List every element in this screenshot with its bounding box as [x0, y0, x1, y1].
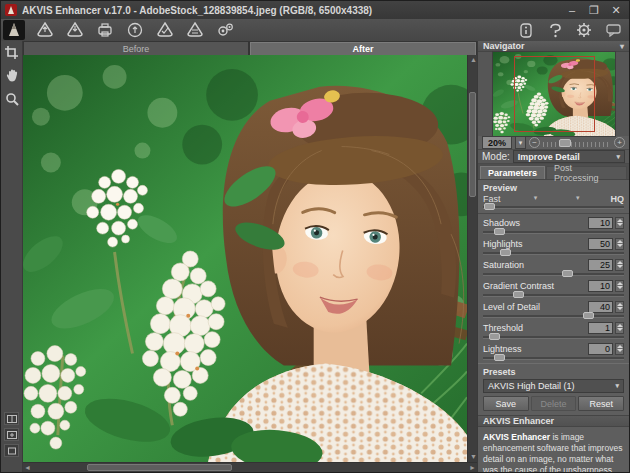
- share-image-icon[interactable]: [125, 21, 145, 39]
- about-description: AKVIS Enhancer is image enhancement soft…: [478, 427, 629, 473]
- app-logo-icon: [5, 4, 17, 16]
- param-slider-handle[interactable]: [500, 249, 511, 256]
- photo-after: [23, 55, 467, 462]
- param-label: Saturation: [483, 260, 588, 270]
- print-icon[interactable]: [95, 21, 115, 39]
- vertical-scroll-thumb[interactable]: [469, 92, 476, 198]
- param-slider[interactable]: [483, 231, 624, 234]
- about-bold-intro: AKVIS Enhancer: [483, 432, 550, 442]
- app-window: AKVIS Enhancer v.17.0 - AdobeStock_12883…: [0, 0, 630, 473]
- param-value[interactable]: 10: [588, 217, 613, 229]
- stepper-icon[interactable]: [615, 280, 624, 292]
- preset-stack-icon[interactable]: [185, 21, 205, 39]
- preview-slider[interactable]: [483, 206, 624, 209]
- minimize-button[interactable]: –: [565, 3, 579, 17]
- zoom-in-button[interactable]: +: [614, 137, 625, 148]
- param-value[interactable]: 10: [588, 280, 613, 292]
- scroll-left-icon[interactable]: ◄: [24, 463, 31, 473]
- crop-tool-icon[interactable]: [3, 44, 20, 61]
- mode-dropdown[interactable]: Improve Detail ▾: [513, 150, 625, 163]
- actual-size-icon[interactable]: [4, 444, 19, 457]
- zoom-out-button[interactable]: −: [529, 137, 540, 148]
- batch-processing-icon[interactable]: [155, 21, 175, 39]
- param-slider[interactable]: [483, 357, 624, 360]
- param-value[interactable]: 25: [588, 259, 613, 271]
- scroll-down-icon[interactable]: ▼: [470, 452, 477, 462]
- scroll-right-icon[interactable]: ►: [469, 463, 476, 473]
- param-gradient-contrast: Gradient Contrast 10: [483, 279, 624, 297]
- horizontal-scrollbar[interactable]: ◄ ►: [23, 462, 477, 472]
- zoom-tool-icon[interactable]: [3, 90, 20, 107]
- feedback-bubble-icon[interactable]: [603, 21, 623, 39]
- info-icon[interactable]: [516, 21, 536, 39]
- open-image-icon[interactable]: [35, 21, 55, 39]
- param-value[interactable]: 1: [588, 322, 613, 334]
- tab-after[interactable]: After: [250, 42, 476, 55]
- akvis-wizard-logo-icon: [3, 20, 25, 40]
- param-slider-handle[interactable]: [489, 333, 500, 340]
- mode-dropdown-icon: ▾: [616, 153, 620, 161]
- stepper-icon[interactable]: [615, 217, 624, 229]
- param-value[interactable]: 0: [588, 343, 613, 355]
- preview-label: Preview: [483, 183, 624, 193]
- fit-screen-icon[interactable]: [4, 428, 19, 441]
- delete-preset-button[interactable]: Delete: [531, 396, 577, 411]
- navigator-view-rect[interactable]: [514, 56, 595, 132]
- param-slider-handle[interactable]: [494, 354, 505, 361]
- preview-slider-handle[interactable]: [484, 203, 495, 210]
- zoom-controls: 20% ▾ − +: [478, 136, 629, 150]
- param-level-of-detail: Level of Detail 40: [483, 300, 624, 318]
- preset-dropdown[interactable]: AKVIS High Detail (1) ▾: [483, 379, 624, 393]
- param-value[interactable]: 50: [588, 238, 613, 250]
- stepper-icon[interactable]: [615, 259, 624, 271]
- preview-tick-icon: ▾: [576, 194, 580, 202]
- param-value[interactable]: 40: [588, 301, 613, 313]
- tab-parameters[interactable]: Parameters: [480, 166, 545, 179]
- image-canvas-after[interactable]: [23, 55, 467, 462]
- param-slider[interactable]: [483, 315, 624, 318]
- vertical-scrollbar[interactable]: ▲ ▼: [467, 55, 477, 462]
- window-title: AKVIS Enhancer v.17.0 - AdobeStock_12883…: [22, 5, 565, 16]
- tab-before[interactable]: Before: [24, 42, 248, 55]
- horizontal-scroll-thumb[interactable]: [87, 464, 232, 471]
- stepper-icon[interactable]: [615, 301, 624, 313]
- preview-tick-icon: ▾: [534, 194, 538, 202]
- save-preset-button[interactable]: Save: [483, 396, 529, 411]
- process-gears-icon[interactable]: [215, 21, 235, 39]
- stepper-icon[interactable]: [615, 322, 624, 334]
- navigator-thumbnail[interactable]: [493, 52, 615, 136]
- zoom-slider-handle[interactable]: [559, 139, 571, 147]
- param-slider-handle[interactable]: [583, 312, 594, 319]
- zoom-value[interactable]: 20%: [482, 136, 512, 149]
- param-lightness: Lightness 0: [483, 342, 624, 360]
- close-button[interactable]: ✕: [609, 3, 623, 17]
- param-slider[interactable]: [483, 252, 624, 255]
- stepper-icon[interactable]: [615, 238, 624, 250]
- scroll-up-icon[interactable]: ▲: [470, 55, 477, 65]
- param-threshold: Threshold 1: [483, 321, 624, 339]
- title-bar: AKVIS Enhancer v.17.0 - AdobeStock_12883…: [1, 1, 629, 19]
- navigator-collapse-icon[interactable]: ▾: [620, 42, 624, 51]
- param-slider-handle[interactable]: [494, 228, 505, 235]
- reset-button[interactable]: Reset: [578, 396, 624, 411]
- param-slider[interactable]: [483, 273, 624, 276]
- param-shadows: Shadows 10: [483, 216, 624, 234]
- help-icon[interactable]: [545, 21, 565, 39]
- param-slider-handle[interactable]: [562, 270, 573, 277]
- maximize-button[interactable]: ❐: [587, 3, 601, 17]
- param-slider-handle[interactable]: [513, 291, 524, 298]
- zoom-slider[interactable]: [543, 139, 611, 147]
- navigator-header: Navigator ▾: [478, 41, 629, 52]
- param-slider[interactable]: [483, 294, 624, 297]
- navigator-title: Navigator: [483, 41, 525, 51]
- preferences-gear-icon[interactable]: [574, 21, 594, 39]
- save-image-icon[interactable]: [65, 21, 85, 39]
- param-label: Shadows: [483, 218, 588, 228]
- tab-post-processing[interactable]: Post Processing: [546, 166, 627, 179]
- stepper-icon[interactable]: [615, 343, 624, 355]
- split-view-icon[interactable]: [4, 412, 19, 425]
- param-slider[interactable]: [483, 336, 624, 339]
- hand-tool-icon[interactable]: [3, 67, 20, 84]
- preset-selected-value: AKVIS High Detail (1): [488, 381, 575, 391]
- zoom-dropdown-icon[interactable]: ▾: [515, 136, 526, 149]
